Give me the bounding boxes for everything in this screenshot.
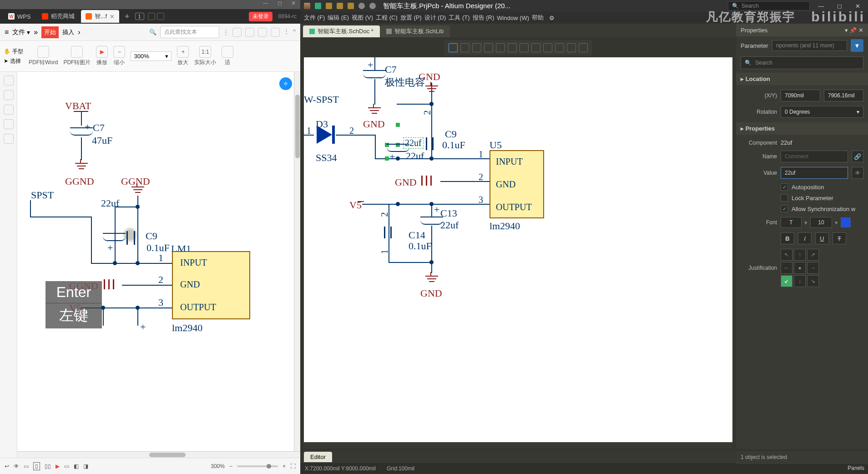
value-vis-icon[interactable]: 👁 bbox=[852, 167, 863, 179]
search-opt-icon[interactable]: ⋮ bbox=[223, 29, 229, 35]
align-r-icon[interactable] bbox=[496, 43, 505, 52]
section-location[interactable]: ▸ Location bbox=[736, 73, 868, 85]
tab-util-2[interactable] bbox=[157, 13, 164, 20]
chat-icon[interactable] bbox=[271, 28, 280, 37]
win-min[interactable]: — bbox=[814, 3, 828, 10]
editor-tab[interactable]: Editor bbox=[304, 452, 332, 462]
menu-proj[interactable]: 工程 (C) bbox=[376, 14, 398, 22]
window-min-btn[interactable]: — bbox=[263, 0, 268, 9]
section-properties[interactable]: ▸ Properties bbox=[736, 122, 868, 135]
file-menu[interactable]: 文件▾ bbox=[12, 28, 30, 36]
funnel-icon[interactable]: ▼ bbox=[851, 39, 863, 52]
ai-float-btn[interactable]: ✧ bbox=[279, 77, 292, 90]
side-convert-icon[interactable] bbox=[4, 134, 14, 144]
filter-scope[interactable]: nponents (and 11 more) bbox=[772, 40, 847, 51]
schematic-canvas[interactable]: + C7 极性电容 GND GND W-SPST bbox=[304, 57, 732, 449]
lockparam-check[interactable] bbox=[781, 194, 788, 202]
menu-tools[interactable]: 工具 (T) bbox=[449, 14, 469, 22]
pdf2word-btn[interactable]: PDF转Word bbox=[29, 46, 58, 66]
name-link-icon[interactable]: 🔗 bbox=[852, 151, 863, 162]
menu-report[interactable]: 报告 (R) bbox=[473, 14, 495, 22]
strike-btn[interactable]: T bbox=[833, 232, 846, 244]
pdf-tab-close[interactable]: ✕ bbox=[110, 13, 115, 20]
just-mc[interactable]: ● bbox=[794, 262, 806, 274]
ribbon-more[interactable]: » bbox=[34, 28, 38, 36]
menu-help[interactable]: 帮助 bbox=[532, 14, 544, 22]
menu-edit[interactable]: 编辑 (E) bbox=[328, 14, 349, 22]
just-bl[interactable]: ↙ bbox=[781, 275, 792, 287]
win-close[interactable]: ✕ bbox=[851, 3, 864, 10]
stat-ico2[interactable]: ◧ bbox=[74, 463, 79, 469]
hamburger-icon[interactable]: ≡ bbox=[5, 28, 9, 36]
redo-icon[interactable] bbox=[369, 3, 376, 9]
cloud-icon[interactable] bbox=[245, 28, 254, 37]
share-icon[interactable] bbox=[232, 28, 242, 37]
new-tab-btn[interactable]: + bbox=[121, 12, 133, 21]
align-c-icon[interactable] bbox=[484, 43, 493, 52]
just-tl[interactable]: ↖ bbox=[781, 249, 792, 261]
menu-window[interactable]: Window (W) bbox=[497, 15, 529, 21]
y-input[interactable]: 7906.16mil bbox=[824, 90, 863, 101]
autopos-check[interactable]: ✓ bbox=[781, 183, 788, 191]
just-mr[interactable]: → bbox=[807, 262, 819, 274]
doctab-schdoc[interactable]: 智能车主板.SchDoc * bbox=[303, 25, 380, 37]
grid-icon[interactable] bbox=[531, 43, 540, 52]
window-max-btn[interactable]: ◻ bbox=[278, 0, 282, 9]
vscrollbar[interactable] bbox=[294, 72, 300, 451]
just-br[interactable]: ↘ bbox=[807, 275, 819, 287]
print-icon[interactable] bbox=[348, 3, 354, 9]
ribbon-start[interactable]: 开始 bbox=[41, 26, 59, 38]
just-tc[interactable]: ↑ bbox=[794, 249, 806, 261]
side-bookmark-icon[interactable] bbox=[4, 90, 14, 100]
props-pin-icon[interactable]: 📌 bbox=[849, 27, 857, 34]
play-status-icon[interactable]: ▶ bbox=[56, 463, 60, 469]
handtool-btn[interactable]: ✋手型 bbox=[4, 48, 23, 55]
zoomout-btn[interactable]: −缩小 bbox=[113, 46, 125, 66]
login-badge[interactable]: 未登录 bbox=[249, 12, 273, 21]
tab-util-1[interactable] bbox=[148, 13, 155, 20]
pdf-tab[interactable]: 智...f ✕ bbox=[81, 10, 119, 23]
select-btn[interactable]: ➤选择 bbox=[4, 57, 21, 65]
fit-btn[interactable]: 适 bbox=[222, 46, 233, 66]
underline-btn[interactable]: U bbox=[815, 232, 829, 244]
eye-icon[interactable]: 👁 bbox=[14, 463, 19, 469]
daoke-tab[interactable]: 稻壳商城 bbox=[37, 10, 79, 23]
font-size-select[interactable]: 10 bbox=[810, 217, 832, 228]
side-annot-icon[interactable] bbox=[4, 119, 14, 129]
allowsync-check[interactable]: ✓ bbox=[781, 205, 788, 212]
x-input[interactable]: 7090mil bbox=[781, 90, 820, 101]
settings-icon[interactable] bbox=[258, 28, 267, 37]
just-ml[interactable]: ← bbox=[781, 262, 792, 274]
just-bc[interactable]: ↓ bbox=[794, 275, 806, 287]
zoom-minus[interactable]: − bbox=[229, 463, 232, 469]
sel-handle[interactable] bbox=[385, 156, 389, 161]
just-tr[interactable]: ↗ bbox=[807, 249, 819, 261]
wps-app-tab[interactable]: W WPS bbox=[4, 10, 35, 23]
zoom-combo[interactable]: 300%▾ bbox=[131, 51, 172, 61]
window-close-btn[interactable]: ✕ bbox=[291, 0, 296, 9]
save-icon[interactable] bbox=[315, 3, 321, 9]
font-name-select[interactable]: T bbox=[781, 217, 802, 228]
rotation-select[interactable]: 0 Degrees▾ bbox=[781, 106, 863, 118]
back-icon[interactable]: ↩ bbox=[5, 463, 9, 469]
layout3-icon[interactable]: ▯▯ bbox=[45, 463, 51, 469]
pdf2pic-btn[interactable]: PDF转图片 bbox=[63, 46, 91, 66]
open-icon[interactable] bbox=[326, 3, 332, 9]
sel-22uf-label[interactable]: 22uf bbox=[403, 137, 424, 149]
actual-size-btn[interactable]: 1:1实际大小 bbox=[194, 46, 216, 66]
stat-ico3[interactable]: ◨ bbox=[83, 463, 88, 469]
doctab-schlib[interactable]: 智能车主板.SchLib bbox=[380, 25, 450, 37]
layout1-icon[interactable]: ▭ bbox=[24, 463, 29, 469]
hscroll[interactable] bbox=[304, 442, 732, 449]
collapse-ribbon-icon[interactable]: ^ bbox=[293, 28, 296, 37]
dist-v-icon[interactable] bbox=[520, 43, 529, 52]
menu-design[interactable]: 设计 (D) bbox=[424, 14, 446, 22]
zoom-slider[interactable] bbox=[237, 465, 278, 467]
fullscreen-icon[interactable]: ⛶ bbox=[290, 463, 296, 469]
panels-btn[interactable]: Panels bbox=[736, 464, 868, 474]
zoomin-btn[interactable]: +放大 bbox=[177, 46, 189, 66]
menu-file[interactable]: 文件 (F) bbox=[304, 14, 325, 22]
stat-ico1[interactable]: ▭ bbox=[64, 463, 69, 469]
zoom-plus[interactable]: + bbox=[283, 463, 286, 469]
ribbon-insert[interactable]: 插入 bbox=[62, 28, 74, 36]
